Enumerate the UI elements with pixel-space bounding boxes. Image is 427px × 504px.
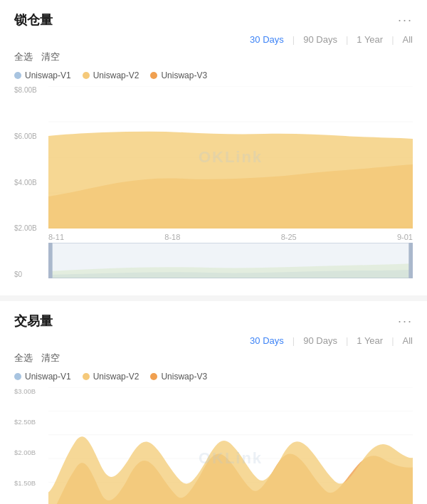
volume-v3-dot	[150, 373, 157, 380]
section-divider	[0, 295, 427, 301]
volume-select-all[interactable]: 全选	[14, 352, 33, 364]
volume-legend: Uniswap-V1 Uniswap-V2 Uniswap-V3	[14, 372, 413, 382]
volume-y-3b: $3.00B	[14, 387, 44, 395]
tvl-y-labels: $8.00B $6.00B $4.00B $2.00B $0	[14, 86, 37, 278]
tvl-time-filters: 30 Days | 90 Days | 1 Year | All	[14, 34, 413, 45]
tvl-chart: OKLink	[48, 86, 413, 229]
volume-select-row: 全选 清空	[14, 352, 413, 364]
volume-y-15b: $1.50B	[14, 479, 44, 487]
tvl-legend: Uniswap-V1 Uniswap-V2 Uniswap-V3	[14, 70, 413, 80]
tvl-filter-1year[interactable]: 1 Year	[357, 34, 383, 45]
volume-clear[interactable]: 清空	[41, 352, 60, 364]
volume-legend-v3: Uniswap-V3	[150, 372, 207, 382]
volume-v2-dot	[83, 373, 90, 380]
volume-section: 交易量 ··· 30 Days | 90 Days | 1 Year | All…	[0, 301, 427, 504]
tvl-x-901: 9-01	[397, 233, 413, 241]
volume-filter-30days[interactable]: 30 Days	[250, 335, 284, 346]
volume-chart: OKLink	[48, 387, 413, 504]
volume-y-25b: $2.50B	[14, 418, 44, 426]
tvl-v1-dot	[14, 72, 21, 79]
volume-filter-all[interactable]: All	[403, 335, 413, 346]
tvl-y-8b: $8.00B	[14, 86, 37, 94]
tvl-legend-v2: Uniswap-V2	[83, 70, 139, 80]
volume-header: 交易量 ···	[14, 313, 413, 330]
tvl-v1-label: Uniswap-V1	[25, 70, 71, 80]
volume-v1-label: Uniswap-V1	[25, 372, 71, 382]
tvl-mini-chart[interactable]	[48, 243, 413, 278]
tvl-v3-label: Uniswap-V3	[161, 70, 207, 80]
tvl-x-825: 8-25	[281, 233, 297, 241]
tvl-v2-dot	[83, 72, 90, 79]
tvl-legend-v1: Uniswap-V1	[14, 70, 71, 80]
volume-y-2b: $2.00B	[14, 448, 44, 456]
volume-v1-dot	[14, 373, 21, 380]
tvl-y-2b: $2.00B	[14, 224, 37, 232]
tvl-x-818: 8-18	[164, 233, 180, 241]
svg-rect-7	[408, 243, 413, 278]
tvl-more-icon[interactable]: ···	[398, 13, 413, 28]
tvl-chart-svg	[48, 86, 413, 229]
volume-legend-v2: Uniswap-V2	[83, 372, 139, 382]
tvl-section: 锁仓量 ··· 30 Days | 90 Days | 1 Year | All…	[0, 0, 427, 290]
tvl-y-6b: $6.00B	[14, 132, 37, 140]
volume-chart-svg	[48, 387, 413, 504]
volume-chart-wrapper: $3.00B $2.50B $2.00B $1.50B $1.00B $500.…	[14, 387, 413, 504]
tvl-v2-label: Uniswap-V2	[93, 70, 139, 80]
tvl-title: 锁仓量	[14, 11, 53, 28]
volume-y-labels: $3.00B $2.50B $2.00B $1.50B $1.00B $500.…	[14, 387, 44, 504]
volume-more-icon[interactable]: ···	[398, 314, 413, 329]
tvl-mini-svg	[48, 243, 413, 278]
tvl-legend-v3: Uniswap-V3	[150, 70, 207, 80]
volume-legend-v1: Uniswap-V1	[14, 372, 71, 382]
volume-v3-label: Uniswap-V3	[161, 372, 207, 382]
tvl-filter-30days[interactable]: 30 Days	[250, 34, 284, 45]
tvl-clear[interactable]: 清空	[41, 51, 60, 63]
volume-title: 交易量	[14, 313, 53, 330]
tvl-select-row: 全选 清空	[14, 51, 413, 63]
volume-filter-1year[interactable]: 1 Year	[357, 335, 383, 346]
tvl-v3-dot	[150, 72, 157, 79]
tvl-y-4b: $4.00B	[14, 179, 37, 187]
tvl-filter-90days[interactable]: 90 Days	[303, 34, 337, 45]
volume-filter-90days[interactable]: 90 Days	[303, 335, 337, 346]
tvl-x-labels: 8-11 8-18 8-25 9-01	[48, 231, 413, 241]
tvl-filter-all[interactable]: All	[403, 34, 413, 45]
tvl-select-all[interactable]: 全选	[14, 51, 33, 63]
svg-rect-6	[48, 243, 53, 278]
tvl-x-811: 8-11	[48, 233, 64, 241]
tvl-header: 锁仓量 ···	[14, 11, 413, 28]
tvl-chart-wrapper: $8.00B $6.00B $4.00B $2.00B $0 OKLink	[14, 86, 413, 278]
volume-time-filters: 30 Days | 90 Days | 1 Year | All	[14, 335, 413, 346]
volume-v2-label: Uniswap-V2	[93, 372, 139, 382]
tvl-y-0: $0	[14, 271, 37, 278]
